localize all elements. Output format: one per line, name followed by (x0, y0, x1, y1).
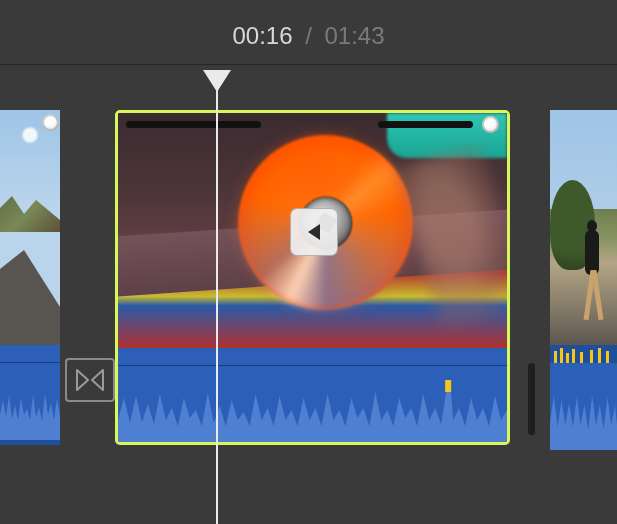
svg-rect-0 (445, 380, 451, 392)
playhead-marker-icon[interactable] (203, 70, 231, 92)
clip-speed-bar-icon[interactable] (378, 121, 473, 128)
timeline-header: 00:16 / 01:43 (0, 0, 617, 64)
header-divider (0, 64, 617, 65)
clip-audio-waveform[interactable] (550, 363, 617, 450)
timeline-scroll-indicator[interactable] (528, 363, 535, 435)
transition-cross-dissolve-icon[interactable] (65, 358, 115, 402)
playhead-time-total: 01:43 (325, 22, 385, 49)
clip-fade-handle-icon[interactable] (42, 114, 59, 131)
clip-thumbnail (550, 110, 617, 345)
clip-previous[interactable] (0, 110, 60, 445)
reverse-play-button[interactable] (290, 208, 338, 256)
audio-peak-indicator-icon (550, 348, 617, 363)
clip-audio-waveform[interactable] (118, 348, 507, 443)
timeline-track[interactable] (0, 110, 617, 450)
clip-thumbnail (118, 113, 507, 348)
playhead-time-current: 00:16 (232, 22, 292, 49)
clip-selected[interactable] (115, 110, 510, 445)
clip-speed-bar-icon[interactable] (126, 121, 261, 128)
clip-thumbnail (0, 110, 60, 345)
clip-next[interactable] (550, 110, 617, 450)
playhead-line[interactable] (216, 90, 218, 524)
clip-audio-waveform[interactable] (0, 345, 60, 440)
timecode-display: 00:16 / 01:43 (232, 22, 384, 50)
clip-fade-handle-icon[interactable] (482, 116, 499, 133)
timecode-separator: / (305, 22, 312, 49)
